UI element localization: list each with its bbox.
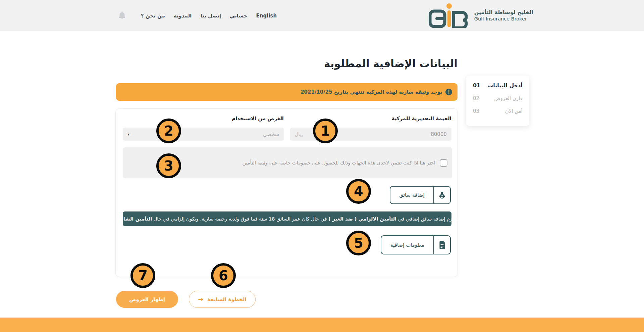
annotation-circle-3: 3 bbox=[156, 153, 181, 178]
step-number: 01 bbox=[473, 82, 480, 89]
nav-item-contact[interactable]: إتصل بنا bbox=[200, 13, 221, 19]
step-number: 03 bbox=[473, 108, 479, 114]
gib-logo-mark bbox=[429, 3, 470, 28]
footer-bar bbox=[0, 318, 644, 332]
annotation-circle-7: 7 bbox=[130, 263, 155, 288]
main-content: البيانات الإضافية المطلوبة 01 أدخل البيا… bbox=[0, 31, 644, 318]
additional-info-button[interactable]: معلومات إضافية bbox=[381, 235, 451, 254]
logo-arabic-name: الخليج لوساطة التأمين bbox=[474, 9, 533, 16]
nav-item-language-english[interactable]: English bbox=[256, 13, 277, 19]
vehicle-value-unit-placeholder: ريال bbox=[295, 132, 303, 137]
main-nav: من نحن ؟ المدونة إتصل بنا حسابي English bbox=[141, 0, 277, 31]
usage-purpose-selected: شخصي bbox=[263, 131, 279, 137]
page-title: البيانات الإضافية المطلوبة bbox=[324, 57, 458, 69]
vehicle-value-current: 80000 bbox=[431, 131, 447, 137]
annotation-circle-1: 1 bbox=[313, 118, 338, 143]
additional-info-label: معلومات إضافية bbox=[381, 236, 433, 254]
annotation-circle-5: 5 bbox=[346, 231, 371, 255]
top-navbar: من نحن ؟ المدونة إتصل بنا حسابي English … bbox=[0, 0, 644, 31]
left-arrow-icon: → bbox=[198, 296, 203, 302]
active-policy-alert: ! يوجد وثيقة سارية لهذه المركبة تنتهي بت… bbox=[116, 83, 458, 101]
step-compare-offers[interactable]: 02 قارن العروض bbox=[473, 95, 523, 101]
nav-item-blog[interactable]: المدونة bbox=[174, 13, 192, 19]
nav-item-account[interactable]: حسابي bbox=[230, 13, 248, 19]
annotation-circle-4: 4 bbox=[346, 179, 371, 204]
previous-step-label: الخطوة السابقة bbox=[207, 296, 247, 302]
show-offers-button[interactable]: إظهار العروض bbox=[116, 291, 178, 308]
nav-item-about[interactable]: من نحن ؟ bbox=[141, 13, 165, 19]
annotation-circle-6: 6 bbox=[211, 263, 236, 288]
driver-icon bbox=[433, 187, 450, 203]
previous-step-button[interactable]: → الخطوة السابقة bbox=[189, 291, 256, 308]
driver-requirement-note: لا يلزم إضافة سائق إضافي في التأمين الال… bbox=[123, 211, 451, 226]
step-label: أمن الآن bbox=[505, 108, 523, 114]
exclamation-icon: ! bbox=[445, 89, 452, 95]
annotation-circle-2: 2 bbox=[156, 118, 181, 143]
document-icon bbox=[433, 236, 450, 254]
step-enter-data[interactable]: 01 أدخل البيانات bbox=[473, 82, 523, 89]
step-label: أدخل البيانات bbox=[488, 82, 523, 89]
notification-bell-icon[interactable] bbox=[117, 10, 127, 20]
usage-purpose-select[interactable]: شخصي ▾ bbox=[123, 128, 284, 141]
usage-purpose-label: الغرض من الاستخدام bbox=[123, 115, 284, 122]
gib-logo-text: الخليج لوساطة التأمين Gulf Insurance Bro… bbox=[474, 9, 533, 22]
progress-steps-card: 01 أدخل البيانات 02 قارن العروض 03 أمن ا… bbox=[466, 76, 529, 126]
step-label: قارن العروض bbox=[494, 95, 523, 101]
vehicle-value-label: القيمة التقديرية للمركبة bbox=[392, 115, 451, 122]
chevron-down-icon: ▾ bbox=[127, 132, 129, 137]
membership-checkbox[interactable] bbox=[440, 159, 447, 167]
add-driver-label: إضافة سائق bbox=[390, 187, 433, 203]
add-driver-button[interactable]: إضافة سائق bbox=[390, 186, 451, 204]
logo-english-name: Gulf Insurance Broker bbox=[474, 16, 527, 22]
step-number: 02 bbox=[473, 95, 479, 101]
gib-logo[interactable]: الخليج لوساطة التأمين Gulf Insurance Bro… bbox=[429, 3, 533, 28]
alert-text: يوجد وثيقة سارية لهذه المركبة تنتهي بتار… bbox=[301, 89, 442, 95]
step-secure-now[interactable]: 03 أمن الآن bbox=[473, 108, 523, 114]
membership-checkbox-label: اختر هنا اذا كنت تنتمي لاحدى هذه الجهات … bbox=[243, 160, 435, 165]
